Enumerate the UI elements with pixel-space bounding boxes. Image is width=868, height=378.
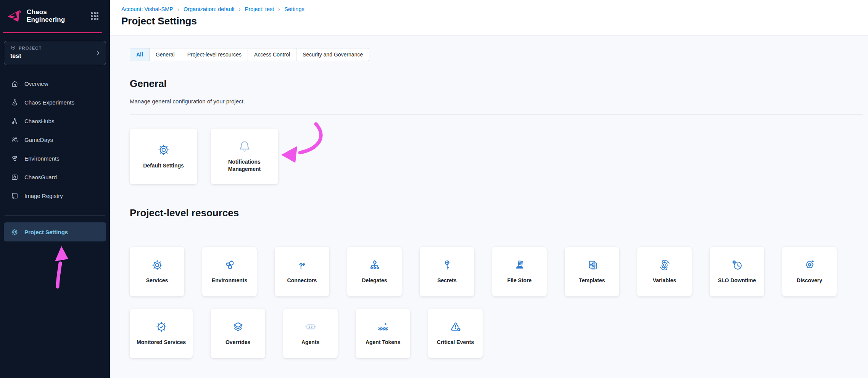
breadcrumb-organization-link[interactable]: Organization: default xyxy=(184,6,235,12)
card-label: Notifications Management xyxy=(216,158,273,173)
card-label: SLO Downtime xyxy=(718,277,756,284)
project-selector[interactable]: PROJECT test xyxy=(4,41,106,65)
card-monitored-services[interactable]: Monitored Services xyxy=(130,309,193,358)
templates-icon xyxy=(586,259,598,271)
gear-icon xyxy=(151,259,163,271)
tab-general[interactable]: General xyxy=(150,48,181,61)
card-label: Monitored Services xyxy=(137,339,186,346)
card-delegates[interactable]: Delegates xyxy=(347,247,402,296)
sidebar-item-label: GameDays xyxy=(24,137,53,143)
chaos-engineering-app: Chaos Engineering PROJECT test xyxy=(0,0,868,378)
sidebar-item-label: Chaos Experiments xyxy=(24,99,74,106)
warning-gear-icon xyxy=(449,321,462,333)
card-label: File Store xyxy=(507,277,532,284)
card-secrets[interactable]: Secrets xyxy=(420,247,474,296)
gear-icon xyxy=(11,228,19,236)
general-cards: Default Settings Notifications Managemen… xyxy=(130,129,863,184)
card-label: Templates xyxy=(579,277,605,284)
gear-sync-icon xyxy=(659,259,671,271)
breadcrumb-separator: › xyxy=(177,6,179,12)
resources-section-title: Project-level resources xyxy=(130,207,863,219)
card-label: Overrides xyxy=(225,339,250,346)
card-critical-events[interactable]: Critical Events xyxy=(428,309,483,358)
sidebar-item-label: Environments xyxy=(24,155,60,162)
divider xyxy=(130,114,863,115)
module-grid-icon[interactable] xyxy=(91,12,98,20)
hexagon-cluster-icon xyxy=(11,154,19,162)
card-services[interactable]: Services xyxy=(130,247,184,296)
hierarchy-icon xyxy=(369,259,381,271)
sidebar-item-label: ChaosHubs xyxy=(24,118,54,124)
sidebar-item-label: Image Registry xyxy=(24,193,63,199)
people-icon xyxy=(11,136,19,144)
app-title: Chaos Engineering xyxy=(27,8,86,24)
sidebar-nav: Overview Chaos Experiments ChaosHubs xyxy=(0,74,110,205)
file-store-icon xyxy=(514,259,526,271)
breadcrumb: Account: Vishal-SMP › Organization: defa… xyxy=(121,6,868,12)
breadcrumb-project-link[interactable]: Project: test xyxy=(245,6,274,12)
home-icon xyxy=(11,80,19,88)
tab-security-and-governance[interactable]: Security and Governance xyxy=(296,48,369,61)
breadcrumb-account-link[interactable]: Account: Vishal-SMP xyxy=(121,6,173,12)
gear-icon xyxy=(157,143,170,156)
hexagon-cluster-icon xyxy=(224,259,236,271)
sidebar-item-environments[interactable]: Environments xyxy=(0,149,110,168)
clock-icon xyxy=(731,259,743,271)
card-discovery[interactable]: Discovery xyxy=(782,247,837,296)
sidebar-divider xyxy=(5,215,105,216)
card-notifications-management[interactable]: Notifications Management xyxy=(211,129,278,184)
card-templates[interactable]: Templates xyxy=(565,247,619,296)
code-chip-icon xyxy=(304,321,317,333)
card-slo-downtime[interactable]: SLO Downtime xyxy=(710,247,764,296)
chevron-right-icon xyxy=(95,50,101,56)
resource-cards: Services Environments Connectors xyxy=(130,247,863,358)
breadcrumb-separator: › xyxy=(278,6,280,12)
page-header: Account: Vishal-SMP › Organization: defa… xyxy=(110,0,868,35)
card-label: Variables xyxy=(653,277,676,284)
bell-icon xyxy=(238,140,251,153)
card-label: Critical Events xyxy=(437,339,474,346)
card-variables[interactable]: Variables xyxy=(637,247,692,296)
main-content: All General Project-level resources Acce… xyxy=(110,35,868,378)
flask-icon xyxy=(11,98,19,106)
card-label: Discovery xyxy=(797,277,822,284)
lock-icon xyxy=(11,173,19,181)
general-section-description: Manage general configuration of your pro… xyxy=(130,98,863,105)
sidebar-item-image-registry[interactable]: Image Registry xyxy=(0,187,110,205)
card-overrides[interactable]: Overrides xyxy=(211,309,265,358)
card-label: Agents xyxy=(301,339,319,346)
card-environments[interactable]: Environments xyxy=(202,247,257,296)
card-agents[interactable]: Agents xyxy=(283,309,338,358)
general-section-title: General xyxy=(130,78,863,90)
tab-access-control[interactable]: Access Control xyxy=(248,48,296,61)
brand-header: Chaos Engineering xyxy=(0,0,110,32)
breadcrumb-settings-link[interactable]: Settings xyxy=(284,6,304,12)
gear-check-icon xyxy=(155,321,167,333)
sidebar-item-overview[interactable]: Overview xyxy=(0,74,110,93)
sidebar-item-chaosguard[interactable]: ChaosGuard xyxy=(0,168,110,187)
tab-project-level-resources[interactable]: Project-level resources xyxy=(181,48,248,61)
hub-network-icon xyxy=(11,117,19,125)
brand-underline xyxy=(3,32,102,33)
card-connectors[interactable]: Connectors xyxy=(275,247,329,296)
sidebar: Chaos Engineering PROJECT test xyxy=(0,0,110,378)
breadcrumb-separator: › xyxy=(239,6,241,12)
sidebar-item-gamedays[interactable]: GameDays xyxy=(0,130,110,149)
card-default-settings[interactable]: Default Settings xyxy=(130,129,197,184)
card-label: Agent Tokens xyxy=(366,339,401,346)
card-file-store[interactable]: File Store xyxy=(492,247,547,296)
card-label: Secrets xyxy=(437,277,457,284)
tab-all[interactable]: All xyxy=(130,48,150,61)
asterisks-icon xyxy=(377,321,389,333)
settings-filter-tabs: All General Project-level resources Acce… xyxy=(130,48,369,61)
sidebar-item-chaos-experiments[interactable]: Chaos Experiments xyxy=(0,93,110,112)
hexagon-gear-icon xyxy=(804,259,816,271)
card-label: Delegates xyxy=(362,277,387,284)
sidebar-item-chaoshubs[interactable]: ChaosHubs xyxy=(0,112,110,130)
card-agent-tokens[interactable]: Agent Tokens xyxy=(356,309,410,358)
sidebar-item-label: Project Settings xyxy=(24,229,68,235)
sidebar-item-project-settings[interactable]: Project Settings xyxy=(4,222,106,241)
card-label: Connectors xyxy=(287,277,317,284)
sidebar-item-label: Overview xyxy=(24,80,48,87)
page-title: Project Settings xyxy=(121,15,868,27)
